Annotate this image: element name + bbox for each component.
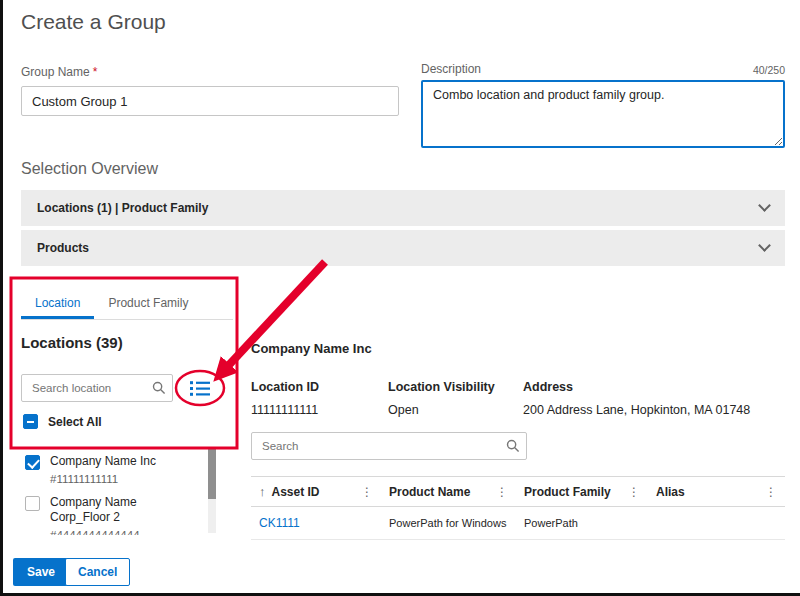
location-details: Location ID 11111111111 Location Visibil… [251,380,785,417]
location-search-input[interactable] [22,375,146,401]
search-icon [152,381,166,395]
accordion-products[interactable]: Products [21,230,785,266]
required-asterisk: * [93,65,98,79]
tab-product-family[interactable]: Product Family [94,288,202,319]
page-title: Create a Group [21,10,166,34]
location-name: Company Name Inc [50,454,170,469]
column-menu-icon[interactable]: ⋮ [361,485,373,499]
location-checkbox[interactable] [25,496,40,511]
location-checkbox[interactable] [25,455,40,470]
select-all-checkbox[interactable] [23,414,38,429]
asset-search-input[interactable] [252,433,498,459]
assets-table: ↑ Asset ID ⋮ Product Name ⋮ Product Fami… [251,476,785,540]
column-label: Product Family [524,485,611,499]
location-info: Company Name Corp_Floor 2 #4444444444444 [50,495,170,535]
accordion-label: Products [37,241,89,255]
location-id: #11111111111 [50,473,170,485]
column-label: Alias [656,485,685,499]
accordion-label: Locations (1) | Product Family [37,201,208,215]
sort-ascending-icon: ↑ [259,484,266,499]
company-name: Company Name Inc [251,341,372,356]
location-id: #4444444444444 [50,529,170,535]
detail-field: Address 200 Address Lane, Hopkinton, MA … [523,380,785,417]
description-label: Description [421,62,481,76]
detail-value: 11111111111 [251,403,388,417]
detail-label: Location ID [251,380,388,394]
group-name-label: Group Name [21,65,90,79]
column-menu-icon[interactable]: ⋮ [628,485,640,499]
column-header-alias[interactable]: Alias ⋮ [648,477,785,506]
left-panel-tabs: Location Product Family [21,288,233,320]
save-button[interactable]: Save [13,558,69,586]
asset-search-box [251,432,527,460]
column-label: Product Name [389,485,470,499]
column-menu-icon[interactable]: ⋮ [496,485,508,499]
locations-heading: Locations (39) [21,334,123,351]
product-name-cell: PowerPath for Windows [381,517,516,529]
location-search-box [21,374,173,402]
group-name-field: Group Name* [21,62,399,116]
chevron-down-icon [758,239,771,252]
char-counter: 40/250 [753,64,785,76]
detail-value: Open [388,403,523,417]
accordion-locations-product-family[interactable]: Locations (1) | Product Family [21,190,785,226]
list-item[interactable]: Company Name Corp_Floor 2 #4444444444444 [3,488,219,535]
cancel-button[interactable]: Cancel [65,558,130,586]
select-all-label: Select All [48,415,102,429]
asset-id-link[interactable]: CK1111 [251,516,381,530]
column-header-product-family[interactable]: Product Family ⋮ [516,477,648,506]
table-row: CK1111 PowerPath for Windows PowerPath [251,507,785,540]
location-info: Company Name Inc #11111111111 [50,454,170,485]
list-scrollbar[interactable] [208,449,216,533]
product-family-cell: PowerPath [516,517,648,529]
chevron-down-icon [758,199,771,212]
select-all-control[interactable]: Select All [23,414,102,429]
column-header-asset-id[interactable]: ↑ Asset ID ⋮ [251,477,381,506]
detail-field: Location ID 11111111111 [251,380,388,417]
column-header-product-name[interactable]: Product Name ⋮ [381,477,516,506]
tab-location[interactable]: Location [21,288,94,319]
list-view-icon [190,380,211,397]
table-header-row: ↑ Asset ID ⋮ Product Name ⋮ Product Fami… [251,476,785,507]
column-menu-icon[interactable]: ⋮ [765,485,777,499]
selection-overview-title: Selection Overview [21,160,158,178]
location-search-row [21,374,213,402]
asset-search-row [251,432,527,460]
scrollbar-thumb[interactable] [208,449,216,499]
detail-value: 200 Address Lane, Hopkinton, MA 01748 [523,403,785,417]
detail-label: Address [523,380,785,394]
column-label: Asset ID [272,485,320,499]
create-group-page: Create a Group Group Name* Description 4… [0,0,800,596]
group-name-input[interactable] [21,86,399,116]
description-field: Description 40/250 Combo location and pr… [421,62,785,152]
detail-field: Location Visibility Open [388,380,523,417]
location-name: Company Name Corp_Floor 2 [50,495,170,525]
location-list: Company Name Inc #11111111111 Company Na… [3,447,219,535]
search-icon [506,439,520,453]
list-view-button[interactable] [187,377,213,399]
list-item[interactable]: Company Name Inc #11111111111 [3,447,219,488]
detail-label: Location Visibility [388,380,523,394]
description-textarea[interactable]: Combo location and product family group. [421,80,785,148]
